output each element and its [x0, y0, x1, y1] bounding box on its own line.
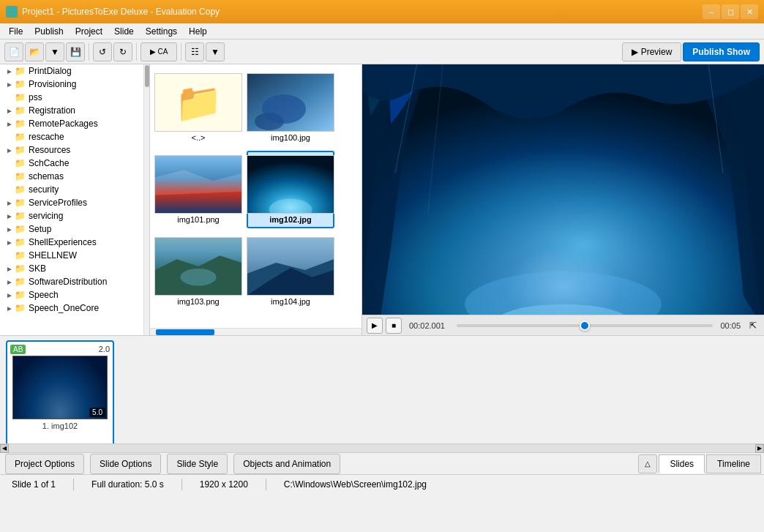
tree-expand-icon [6, 94, 15, 102]
folder-icon: 📁 [15, 277, 26, 287]
status-duration: Full duration: 5.0 s [86, 479, 170, 490]
browser-item-img101[interactable]: img101.png [154, 151, 242, 228]
tree-scrollbar[interactable] [143, 64, 149, 335]
maximize-button[interactable]: ◻ [722, 4, 739, 19]
scroll-left-button[interactable]: ◀ [0, 444, 9, 453]
tree-item-remotepackages[interactable]: ► 📁 RemotePackages [0, 117, 143, 130]
tree-item-resources[interactable]: ► 📁 Resources [0, 143, 143, 157]
browser-item-img100[interactable]: img100.jpg [247, 69, 334, 146]
undo-button[interactable]: ↺ [93, 42, 112, 61]
project-options-button[interactable]: Project Options [5, 454, 84, 474]
tree-item-registration[interactable]: ► 📁 Registration [0, 104, 143, 117]
timeline-thumb[interactable] [580, 321, 590, 331]
browser-item-img102[interactable]: img102.jpg [247, 151, 334, 228]
tree-expand-icon: ► [6, 67, 15, 75]
tree-item-speech-onecore[interactable]: ► 📁 Speech_OneCore [0, 301, 143, 315]
new-button[interactable]: 📄 [4, 42, 23, 61]
tree-item-pss[interactable]: 📁 pss [0, 91, 143, 104]
view-dropdown-button[interactable]: ▼ [206, 42, 225, 61]
tree-expand-icon: ► [6, 304, 15, 312]
toolbar: 📄 📂 ▼ 💾 ↺ ↻ ▶ CA ☷ ▼ ▶ Preview Publish S… [0, 40, 764, 64]
tree-item-softwaredistribution[interactable]: ► 📁 SoftwareDistribution [0, 275, 143, 288]
tree-item-servicing[interactable]: ► 📁 servicing [0, 209, 143, 222]
minimize-button[interactable]: – [703, 4, 720, 19]
slide-style-button[interactable]: Slide Style [167, 454, 228, 474]
tree-item-rescache[interactable]: 📁 rescache [0, 130, 143, 143]
folder-big-icon: 📁 [175, 83, 222, 121]
browser-label-parent: <..> [192, 133, 206, 142]
folder-icon: 📁 [15, 211, 26, 221]
slide-strip[interactable]: AB 2.0 5.0 1. img102 [0, 336, 764, 443]
menu-slide[interactable]: Slide [108, 23, 140, 39]
folder-icon: 📁 [15, 263, 26, 274]
menu-publish[interactable]: Publish [29, 23, 69, 39]
slide-options-button[interactable]: Slide Options [90, 454, 161, 474]
tree-item-setup[interactable]: ► 📁 Setup [0, 222, 143, 236]
tree-item-shellexperiences[interactable]: ► 📁 ShellExperiences [0, 236, 143, 249]
preview-icon: ▶ [632, 47, 638, 57]
tree-expand-icon: ► [6, 107, 15, 115]
status-sep-2 [181, 479, 182, 490]
slide-thumbnail: 5.0 [12, 356, 108, 419]
browser-label-img103: img103.png [177, 297, 220, 306]
slide-number-badge: 5.0 [89, 408, 105, 417]
title-bar: Project1 - PicturesToExe Deluxe - Evalua… [0, 0, 764, 23]
status-bar: Slide 1 of 1 Full duration: 5.0 s 1920 x… [0, 474, 764, 493]
redo-button[interactable]: ↻ [113, 42, 132, 61]
tree-item-schemas[interactable]: 📁 schemas [0, 170, 143, 183]
timeline-tab-button[interactable]: Timeline [706, 454, 761, 473]
preview-image [362, 64, 764, 315]
play-button[interactable]: ▶ [367, 318, 383, 334]
tree-item-skb[interactable]: ► 📁 SKB [0, 262, 143, 275]
browser-item-img103[interactable]: img103.png [154, 233, 242, 310]
svg-point-1 [255, 113, 284, 130]
menu-settings[interactable]: Settings [140, 23, 183, 39]
folder-image: 📁 [155, 74, 241, 131]
view-button[interactable]: ☷ [185, 42, 204, 61]
tree-item-printdialog[interactable]: ► 📁 PrintDialog [0, 64, 143, 78]
publish-show-button[interactable]: Publish Show [683, 42, 760, 61]
tree-item-provisioning[interactable]: ► 📁 Provisioning [0, 78, 143, 91]
convert-button[interactable]: ▶ CA [141, 42, 177, 61]
save-button[interactable]: 💾 [66, 42, 85, 61]
browser-item-img104[interactable]: img104.jpg [247, 233, 334, 310]
objects-animation-button[interactable]: Objects and Animation [233, 454, 340, 474]
browser-hscrollbar[interactable] [150, 328, 362, 335]
slides-tab-button[interactable]: Slides [659, 454, 705, 473]
open-button[interactable]: 📂 [25, 42, 44, 61]
slide-hscrollbar[interactable]: ◀ ▶ [0, 443, 764, 452]
browser-item-parent[interactable]: 📁 <..> [154, 69, 242, 146]
close-button[interactable]: ✕ [741, 4, 758, 19]
tree-item-shellnew[interactable]: 📁 SHELLNEW [0, 249, 143, 262]
tree-item-security[interactable]: 📁 security [0, 183, 143, 196]
tree-item-schcache[interactable]: 📁 SchCache [0, 157, 143, 170]
tree-scroll-thumb[interactable] [145, 65, 149, 87]
svg-point-8 [180, 269, 216, 286]
transport: ▶ ■ 00:02.001 00:05 ⇱ [362, 315, 764, 335]
browser-hscroll-thumb[interactable] [156, 329, 214, 335]
slide-item-1[interactable]: AB 2.0 5.0 1. img102 [6, 340, 114, 443]
slide-item-header: AB 2.0 [10, 345, 110, 354]
preview-button[interactable]: ▶ Preview [622, 42, 682, 61]
stop-button[interactable]: ■ [386, 318, 402, 334]
preview-panel: ▶ ■ 00:02.001 00:05 ⇱ [362, 64, 764, 335]
app-icon [6, 6, 18, 18]
tree-expand-icon: ► [6, 291, 15, 299]
separator-1 [89, 43, 89, 61]
browser-scroll[interactable]: 📁 <..> [150, 64, 362, 328]
tree-item-speech[interactable]: ► 📁 Speech [0, 288, 143, 301]
menu-file[interactable]: File [3, 23, 29, 39]
slide-duration: 2.0 [99, 345, 110, 354]
folder-icon: 📁 [15, 79, 26, 89]
expand-icon[interactable]: ⇱ [746, 319, 760, 332]
menu-project[interactable]: Project [70, 23, 108, 39]
tree-item-serviceprofiles[interactable]: ► 📁 ServiceProfiles [0, 196, 143, 209]
scroll-right-button[interactable]: ▶ [755, 444, 764, 453]
timeline-slider[interactable] [457, 324, 714, 327]
browser-thumb-img101 [154, 155, 242, 214]
open-dropdown-button[interactable]: ▼ [45, 42, 64, 61]
tree-expand-icon [6, 252, 15, 260]
triangle-button[interactable]: △ [638, 454, 657, 473]
time-current: 00:02.001 [409, 321, 445, 330]
menu-help[interactable]: Help [183, 23, 213, 39]
